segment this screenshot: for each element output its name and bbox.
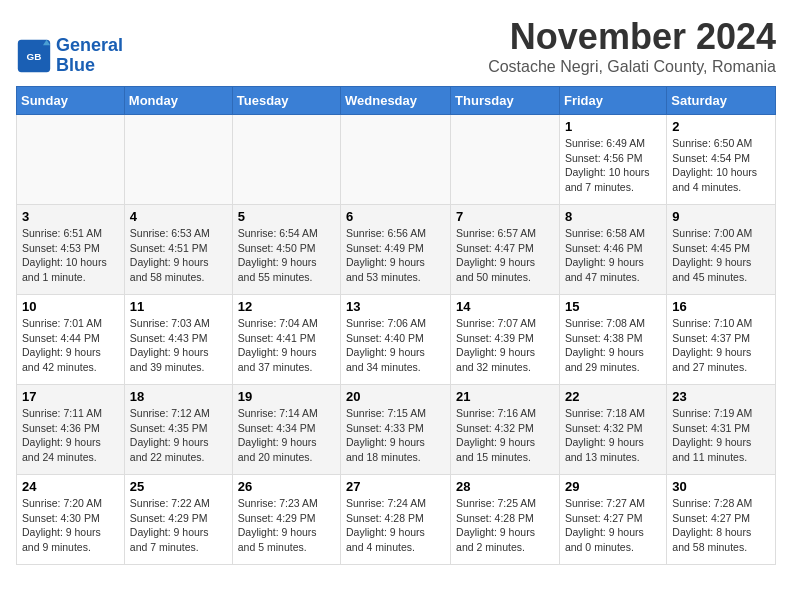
day-number: 1 xyxy=(565,119,661,134)
week-row-5: 24Sunrise: 7:20 AM Sunset: 4:30 PM Dayli… xyxy=(17,475,776,565)
cell-content: Sunrise: 7:00 AM Sunset: 4:45 PM Dayligh… xyxy=(672,226,770,285)
logo-blue-text: Blue xyxy=(56,55,95,75)
cell-content: Sunrise: 6:57 AM Sunset: 4:47 PM Dayligh… xyxy=(456,226,554,285)
cell-content: Sunrise: 6:51 AM Sunset: 4:53 PM Dayligh… xyxy=(22,226,119,285)
header-friday: Friday xyxy=(559,87,666,115)
cell-content: Sunrise: 7:01 AM Sunset: 4:44 PM Dayligh… xyxy=(22,316,119,375)
cell-content: Sunrise: 7:14 AM Sunset: 4:34 PM Dayligh… xyxy=(238,406,335,465)
calendar-cell: 22Sunrise: 7:18 AM Sunset: 4:32 PM Dayli… xyxy=(559,385,666,475)
calendar-cell: 6Sunrise: 6:56 AM Sunset: 4:49 PM Daylig… xyxy=(341,205,451,295)
day-number: 11 xyxy=(130,299,227,314)
cell-content: Sunrise: 7:28 AM Sunset: 4:27 PM Dayligh… xyxy=(672,496,770,555)
title-section: November 2024 Costache Negri, Galati Cou… xyxy=(488,16,776,76)
cell-content: Sunrise: 7:15 AM Sunset: 4:33 PM Dayligh… xyxy=(346,406,445,465)
calendar-cell: 17Sunrise: 7:11 AM Sunset: 4:36 PM Dayli… xyxy=(17,385,125,475)
header-saturday: Saturday xyxy=(667,87,776,115)
day-number: 21 xyxy=(456,389,554,404)
day-number: 4 xyxy=(130,209,227,224)
calendar-cell: 3Sunrise: 6:51 AM Sunset: 4:53 PM Daylig… xyxy=(17,205,125,295)
cell-content: Sunrise: 6:56 AM Sunset: 4:49 PM Dayligh… xyxy=(346,226,445,285)
cell-content: Sunrise: 6:49 AM Sunset: 4:56 PM Dayligh… xyxy=(565,136,661,195)
day-number: 9 xyxy=(672,209,770,224)
header-monday: Monday xyxy=(124,87,232,115)
header-tuesday: Tuesday xyxy=(232,87,340,115)
cell-content: Sunrise: 6:53 AM Sunset: 4:51 PM Dayligh… xyxy=(130,226,227,285)
cell-content: Sunrise: 7:04 AM Sunset: 4:41 PM Dayligh… xyxy=(238,316,335,375)
calendar-cell: 24Sunrise: 7:20 AM Sunset: 4:30 PM Dayli… xyxy=(17,475,125,565)
day-number: 8 xyxy=(565,209,661,224)
calendar-cell xyxy=(124,115,232,205)
logo-line1: General xyxy=(56,36,123,56)
day-number: 30 xyxy=(672,479,770,494)
cell-content: Sunrise: 7:11 AM Sunset: 4:36 PM Dayligh… xyxy=(22,406,119,465)
calendar-cell: 21Sunrise: 7:16 AM Sunset: 4:32 PM Dayli… xyxy=(451,385,560,475)
cell-content: Sunrise: 7:07 AM Sunset: 4:39 PM Dayligh… xyxy=(456,316,554,375)
cell-content: Sunrise: 6:58 AM Sunset: 4:46 PM Dayligh… xyxy=(565,226,661,285)
day-number: 19 xyxy=(238,389,335,404)
cell-content: Sunrise: 6:54 AM Sunset: 4:50 PM Dayligh… xyxy=(238,226,335,285)
logo-general-text: General xyxy=(56,35,123,55)
calendar-cell: 20Sunrise: 7:15 AM Sunset: 4:33 PM Dayli… xyxy=(341,385,451,475)
month-title: November 2024 xyxy=(488,16,776,58)
day-number: 23 xyxy=(672,389,770,404)
day-number: 24 xyxy=(22,479,119,494)
header-row: Sunday Monday Tuesday Wednesday Thursday… xyxy=(17,87,776,115)
calendar-cell: 28Sunrise: 7:25 AM Sunset: 4:28 PM Dayli… xyxy=(451,475,560,565)
cell-content: Sunrise: 7:22 AM Sunset: 4:29 PM Dayligh… xyxy=(130,496,227,555)
cell-content: Sunrise: 7:18 AM Sunset: 4:32 PM Dayligh… xyxy=(565,406,661,465)
day-number: 18 xyxy=(130,389,227,404)
cell-content: Sunrise: 7:25 AM Sunset: 4:28 PM Dayligh… xyxy=(456,496,554,555)
logo: GB General Blue xyxy=(16,36,123,76)
calendar-cell xyxy=(232,115,340,205)
day-number: 20 xyxy=(346,389,445,404)
calendar-cell: 18Sunrise: 7:12 AM Sunset: 4:35 PM Dayli… xyxy=(124,385,232,475)
cell-content: Sunrise: 6:50 AM Sunset: 4:54 PM Dayligh… xyxy=(672,136,770,195)
calendar-cell: 30Sunrise: 7:28 AM Sunset: 4:27 PM Dayli… xyxy=(667,475,776,565)
day-number: 12 xyxy=(238,299,335,314)
day-number: 2 xyxy=(672,119,770,134)
day-number: 6 xyxy=(346,209,445,224)
day-number: 14 xyxy=(456,299,554,314)
cell-content: Sunrise: 7:08 AM Sunset: 4:38 PM Dayligh… xyxy=(565,316,661,375)
calendar-cell: 10Sunrise: 7:01 AM Sunset: 4:44 PM Dayli… xyxy=(17,295,125,385)
location-title: Costache Negri, Galati County, Romania xyxy=(488,58,776,76)
calendar-cell xyxy=(341,115,451,205)
calendar-cell: 9Sunrise: 7:00 AM Sunset: 4:45 PM Daylig… xyxy=(667,205,776,295)
day-number: 28 xyxy=(456,479,554,494)
cell-content: Sunrise: 7:06 AM Sunset: 4:40 PM Dayligh… xyxy=(346,316,445,375)
svg-text:GB: GB xyxy=(27,51,42,62)
cell-content: Sunrise: 7:23 AM Sunset: 4:29 PM Dayligh… xyxy=(238,496,335,555)
day-number: 16 xyxy=(672,299,770,314)
calendar-cell xyxy=(17,115,125,205)
calendar-cell: 29Sunrise: 7:27 AM Sunset: 4:27 PM Dayli… xyxy=(559,475,666,565)
cell-content: Sunrise: 7:03 AM Sunset: 4:43 PM Dayligh… xyxy=(130,316,227,375)
day-number: 10 xyxy=(22,299,119,314)
cell-content: Sunrise: 7:19 AM Sunset: 4:31 PM Dayligh… xyxy=(672,406,770,465)
logo-line2: Blue xyxy=(56,56,123,76)
calendar-cell: 23Sunrise: 7:19 AM Sunset: 4:31 PM Dayli… xyxy=(667,385,776,475)
calendar-cell: 7Sunrise: 6:57 AM Sunset: 4:47 PM Daylig… xyxy=(451,205,560,295)
week-row-2: 3Sunrise: 6:51 AM Sunset: 4:53 PM Daylig… xyxy=(17,205,776,295)
calendar-table: Sunday Monday Tuesday Wednesday Thursday… xyxy=(16,86,776,565)
day-number: 25 xyxy=(130,479,227,494)
day-number: 27 xyxy=(346,479,445,494)
calendar-cell: 2Sunrise: 6:50 AM Sunset: 4:54 PM Daylig… xyxy=(667,115,776,205)
day-number: 26 xyxy=(238,479,335,494)
calendar-cell: 27Sunrise: 7:24 AM Sunset: 4:28 PM Dayli… xyxy=(341,475,451,565)
calendar-cell: 13Sunrise: 7:06 AM Sunset: 4:40 PM Dayli… xyxy=(341,295,451,385)
calendar-cell: 19Sunrise: 7:14 AM Sunset: 4:34 PM Dayli… xyxy=(232,385,340,475)
cell-content: Sunrise: 7:27 AM Sunset: 4:27 PM Dayligh… xyxy=(565,496,661,555)
cell-content: Sunrise: 7:16 AM Sunset: 4:32 PM Dayligh… xyxy=(456,406,554,465)
cell-content: Sunrise: 7:24 AM Sunset: 4:28 PM Dayligh… xyxy=(346,496,445,555)
header-wednesday: Wednesday xyxy=(341,87,451,115)
day-number: 15 xyxy=(565,299,661,314)
logo-icon: GB xyxy=(16,38,52,74)
day-number: 13 xyxy=(346,299,445,314)
week-row-4: 17Sunrise: 7:11 AM Sunset: 4:36 PM Dayli… xyxy=(17,385,776,475)
calendar-cell: 14Sunrise: 7:07 AM Sunset: 4:39 PM Dayli… xyxy=(451,295,560,385)
week-row-1: 1Sunrise: 6:49 AM Sunset: 4:56 PM Daylig… xyxy=(17,115,776,205)
header-sunday: Sunday xyxy=(17,87,125,115)
day-number: 22 xyxy=(565,389,661,404)
day-number: 7 xyxy=(456,209,554,224)
calendar-cell: 16Sunrise: 7:10 AM Sunset: 4:37 PM Dayli… xyxy=(667,295,776,385)
